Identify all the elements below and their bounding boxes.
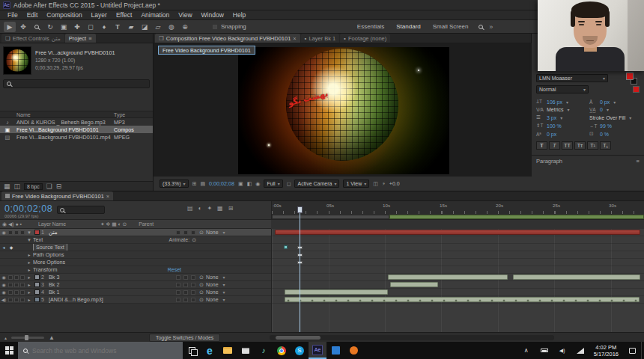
quality-switch[interactable] (183, 230, 188, 235)
timeline-zoom-slider[interactable] (11, 337, 44, 339)
layer-name[interactable]: Bk 2 (49, 281, 156, 288)
new-composition-icon[interactable]: ❏ (46, 182, 52, 190)
zoom-slider-thumb[interactable] (25, 335, 28, 340)
stroke-style-dropdown[interactable]: Stroke Over Fill▾ (589, 114, 640, 120)
taskbar-search-input[interactable] (32, 347, 167, 355)
quality-switch[interactable] (183, 283, 188, 287)
eraser-tool-icon[interactable]: ▱ (152, 22, 164, 32)
font-family-dropdown[interactable]: LMN Moaaser▾ (536, 74, 608, 82)
media-player-icon[interactable] (344, 342, 362, 359)
project-item-video[interactable]: ▤ Free Vi...Background FVBHD0101.mp4 MPE… (0, 133, 153, 141)
close-tab-icon[interactable]: × (293, 35, 296, 42)
lock-icon[interactable]: ❐ (159, 35, 164, 42)
menu-window[interactable]: Window (197, 11, 228, 19)
layer-bar-bk2[interactable] (390, 282, 438, 287)
pickwhip-icon[interactable]: ⊙ (199, 274, 204, 280)
layer-row-4[interactable]: ◉ ▸ 4 Bk 1 ⊙None▾ (0, 289, 271, 296)
shy-switch[interactable] (176, 290, 180, 295)
text-group-row[interactable]: ▼ Text Animate: ⊙ (0, 236, 271, 244)
expand-arrow-icon[interactable]: ▸ (25, 267, 33, 272)
track-row-bk1[interactable] (272, 289, 644, 296)
workspace-standard[interactable]: Standard (390, 23, 426, 30)
leading-control[interactable]: Ā0 px▾ (589, 99, 640, 105)
timeline-search-field[interactable] (57, 206, 105, 214)
channels-icon[interactable]: ◉ (255, 181, 260, 187)
track-row-audio[interactable] (272, 296, 644, 304)
start-button[interactable] (0, 342, 18, 359)
fill-color-swatch[interactable] (626, 73, 634, 80)
menu-layer[interactable]: Layer (87, 11, 112, 19)
solo-toggle[interactable] (14, 298, 19, 302)
lock-toggle[interactable] (20, 275, 25, 280)
graph-editor-icon[interactable]: ⊞ (228, 205, 234, 212)
shy-switch[interactable] (176, 230, 180, 235)
zoom-out-mountain-icon[interactable]: ▴ (4, 335, 7, 340)
audio-toggle[interactable] (8, 230, 13, 235)
rotate-tool-icon[interactable]: ↻ (44, 22, 56, 32)
work-area-start[interactable] (272, 215, 389, 219)
timeline-hscrollbar[interactable] (270, 335, 554, 340)
type-tool-icon[interactable]: T (112, 22, 124, 32)
path-options-row[interactable]: ▸ Path Options (0, 251, 271, 259)
clock[interactable]: 4:02 PM 5/17/2016 (589, 344, 623, 358)
comp-viewer[interactable]: بهشت بگو (154, 43, 532, 176)
keyframe-nav-left-icon[interactable]: ◂ (0, 245, 7, 250)
transform-row[interactable]: ▸ Transform Reset (0, 266, 271, 274)
expand-arrow-icon[interactable]: ▸ (25, 252, 33, 257)
baseline-shift-control[interactable]: Aª0 px (536, 131, 586, 137)
lock-toggle[interactable] (20, 290, 25, 295)
quality-switch[interactable] (183, 298, 188, 302)
menu-help[interactable]: Help (228, 11, 250, 19)
menu-effect[interactable]: Effect (112, 11, 137, 19)
eye-icon[interactable]: ◉ (0, 282, 7, 287)
path-options-label[interactable]: Path Options (33, 251, 271, 258)
tab-project[interactable]: Project ≡ (65, 34, 96, 43)
new-folder-icon[interactable]: ◫ (14, 182, 21, 190)
effect-switch[interactable] (191, 230, 195, 235)
taskbar-search-box[interactable] (18, 342, 183, 359)
layer-bar-audio[interactable] (285, 297, 640, 302)
tray-chevron-icon[interactable]: ∧ (517, 342, 535, 359)
layer-name[interactable]: Bk 3 (49, 274, 156, 280)
layer-row-1[interactable]: ◉ ▼ 1 متن ⊙None▾ (0, 229, 271, 236)
font-size-control[interactable]: ꞱT106 px▾ (536, 99, 586, 105)
interpret-footage-icon[interactable]: ▦ (4, 182, 10, 190)
parent-dropdown[interactable]: ⊙None▾ (199, 289, 271, 295)
layer-row-5[interactable]: ◀) ▸ 5 [ANDI &...h Bego.mp3] ⊙None▾ (0, 296, 271, 304)
workspace-search-icon[interactable] (479, 25, 483, 29)
pickwhip-icon[interactable]: ⊙ (199, 230, 204, 236)
snapping-toggle[interactable]: Snapping (212, 23, 252, 30)
show-desktop-button[interactable] (641, 342, 644, 359)
layer-name-header[interactable]: Layer Name (38, 221, 66, 227)
parent-header[interactable]: Parent (139, 221, 154, 227)
resolution-dropdown[interactable]: Full▾ (264, 180, 282, 188)
text-group-label[interactable]: Text (33, 236, 169, 243)
audio-toggle[interactable] (8, 283, 13, 287)
solo-toggle[interactable] (14, 275, 19, 280)
layer-color-chip[interactable] (34, 230, 40, 235)
source-text-label[interactable]: Source Text (33, 244, 67, 251)
comp-flowchart-icon[interactable]: ▤ (187, 205, 193, 212)
hand-tool-icon[interactable]: ✥ (17, 22, 29, 32)
subscript-button[interactable]: T₁ (600, 141, 611, 150)
work-area-bar[interactable] (389, 215, 644, 219)
menu-edit[interactable]: Edit (22, 11, 43, 19)
shy-switch[interactable] (176, 283, 180, 287)
exposure-value[interactable]: +0.0 (389, 181, 400, 186)
keyframe-diamond-icon[interactable]: ◆ (7, 245, 15, 250)
transform-label[interactable]: Transform (33, 266, 168, 273)
pen-tool-icon[interactable]: ♦ (98, 22, 110, 32)
menu-animation[interactable]: Animation (136, 11, 174, 19)
vertical-scale-control[interactable]: ⇕T100 % (536, 123, 586, 129)
solo-toggle[interactable] (14, 290, 19, 295)
track-row-bk3[interactable] (272, 274, 644, 281)
eye-icon[interactable]: ◉ (0, 230, 7, 235)
reset-button[interactable]: Reset (168, 267, 271, 272)
effect-switch[interactable] (191, 275, 195, 280)
hscrollbar-thumb[interactable] (276, 336, 321, 340)
expand-arrow-icon[interactable]: ▸ (25, 282, 33, 287)
project-search-field[interactable] (3, 79, 150, 88)
effect-switch[interactable] (191, 298, 195, 302)
overflow-chevron-icon[interactable]: » (489, 23, 493, 31)
kerning-control[interactable]: V∕AMetrics▾ (536, 107, 586, 112)
